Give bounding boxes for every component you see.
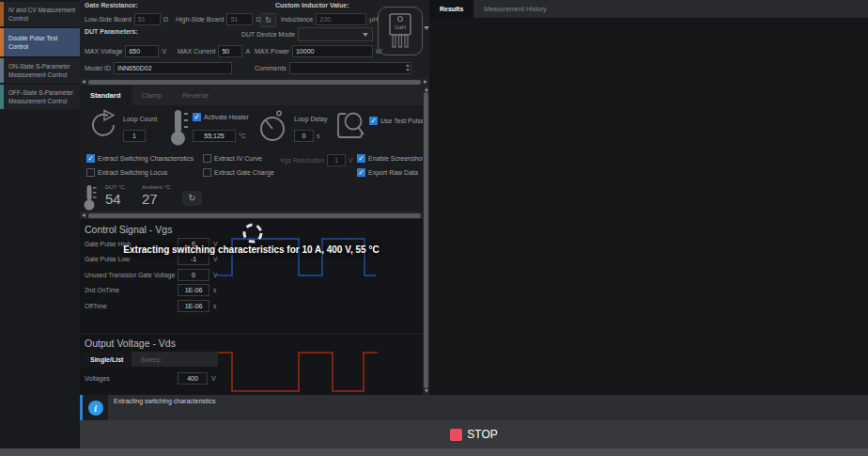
- comments-spinner[interactable]: [406, 64, 410, 71]
- scroll-down-icon: [425, 389, 428, 393]
- taskbar-strip: [0, 448, 868, 456]
- extract-gate-charge-checkbox[interactable]: [203, 168, 211, 177]
- unused-transistor-gate-voltage-label: Unused Transistor Gate Voltage: [85, 272, 178, 278]
- sidebar-item-iv-cv[interactable]: IV and CV Measurement Control: [0, 2, 80, 26]
- max-power-label: MAX Power: [255, 48, 289, 55]
- extract-switching-locus-checkbox[interactable]: [86, 168, 95, 177]
- temperature-readouts: DUT °C 54 Ambient °C 27 ↻: [80, 182, 423, 212]
- high-side-board-input[interactable]: [226, 13, 253, 25]
- extract-iv-curve-checkbox[interactable]: [203, 154, 211, 163]
- activate-heater-checkbox[interactable]: ✓: [193, 113, 201, 121]
- custom-inductor-label: Custom Inductor Value:: [275, 2, 349, 8]
- tab-results[interactable]: Results: [429, 0, 473, 18]
- inductance-unit: µH: [369, 16, 378, 23]
- voltages-input[interactable]: [178, 372, 208, 385]
- dut-device-mode-select[interactable]: [298, 27, 373, 41]
- loop-delay-label: Loop Delay: [294, 116, 327, 122]
- unused-transistor-gate-voltage-input[interactable]: [178, 269, 209, 281]
- stop-square-icon: [450, 429, 462, 441]
- status-message: Extracting switching characteristics: [114, 398, 216, 404]
- extract-switching-locus-label: Extract Switching Locus: [98, 169, 167, 176]
- gate-pulse-high-input[interactable]: [178, 238, 209, 250]
- tab-single-list[interactable]: Single/List: [82, 352, 132, 367]
- spinner-up-icon: [406, 64, 410, 67]
- thermometer-icon: [168, 107, 189, 149]
- low-side-board-label: Low-Side Board: [85, 16, 132, 23]
- comments-input[interactable]: [289, 62, 411, 74]
- extraction-options: ✓ Extract Switching Characteristics Extr…: [80, 152, 423, 182]
- model-id-input[interactable]: [114, 62, 232, 74]
- tab-standard[interactable]: Standard: [80, 86, 132, 105]
- gate-pulse-low-input[interactable]: [178, 253, 209, 265]
- max-voltage-unit: V: [162, 48, 166, 55]
- enable-screenshots-checkbox[interactable]: ✓: [357, 154, 365, 163]
- tab-measurement-history[interactable]: Measurement History: [473, 0, 557, 18]
- sidebar: IV and CV Measurement Control Double Pul…: [0, 0, 80, 448]
- model-id-label: Model ID: [85, 65, 111, 71]
- vgs-resolution-input[interactable]: [327, 154, 346, 166]
- check-icon: ✓: [194, 114, 200, 121]
- loop-count-input[interactable]: [123, 130, 146, 142]
- results-tabbar: Results Measurement History: [429, 0, 868, 18]
- export-raw-data-checkbox[interactable]: ✓: [357, 168, 365, 177]
- max-power-input[interactable]: [292, 45, 373, 57]
- sidebar-item-label: ON-State S-Parameter Measurement Control: [8, 62, 77, 79]
- device-package-selector[interactable]: GaN: [378, 7, 423, 55]
- second-ontime-input[interactable]: [178, 284, 209, 296]
- inductance-input[interactable]: [316, 13, 366, 25]
- scroll-left-icon: [82, 213, 85, 217]
- max-voltage-input[interactable]: [125, 45, 159, 57]
- extract-switching-characteristics-checkbox[interactable]: ✓: [86, 154, 95, 163]
- results-panel: Results Measurement History: [429, 0, 868, 448]
- refresh-icon: ↻: [188, 194, 195, 203]
- low-side-board-input[interactable]: [134, 13, 161, 25]
- dut-temp-value: 54: [105, 191, 121, 207]
- dut-parameters-label: DUT Parameters:: [85, 28, 138, 35]
- sync-icon: ↻: [265, 17, 271, 24]
- loop-icon: [88, 109, 118, 143]
- vgs-resolution-label: Vgs Resolution: [280, 157, 324, 164]
- mode-tabbar: Standard Clamp Reverse: [80, 86, 429, 105]
- scrollbar-thumb[interactable]: [88, 80, 421, 85]
- heater-setpoints-input[interactable]: [193, 130, 236, 142]
- scrollbar-thumb[interactable]: [424, 92, 428, 388]
- stop-button-label: STOP: [467, 428, 497, 441]
- horizontal-scrollbar-top[interactable]: [80, 78, 429, 86]
- stop-button[interactable]: STOP: [450, 428, 497, 441]
- offtime-label: OffTime: [85, 303, 178, 309]
- timer-icon: [256, 109, 288, 143]
- sidebar-item-off-state-sparam[interactable]: OFF-State S-Parameter Measurement Contro…: [0, 85, 80, 109]
- max-voltage-label: MAX Voltage: [85, 48, 122, 55]
- test-pulse-magnifier-icon: [333, 109, 367, 143]
- vgs-waveform-preview: [213, 231, 429, 280]
- tab-reverse[interactable]: Reverse: [172, 86, 219, 105]
- tab-clamp[interactable]: Clamp: [132, 86, 173, 105]
- action-bar: STOP: [80, 420, 868, 448]
- scrollbar-thumb[interactable]: [88, 213, 421, 218]
- gate-pulse-low-label: Gate Pulse Low: [85, 256, 178, 262]
- sidebar-item-label: OFF-State S-Parameter Measurement Contro…: [8, 88, 77, 105]
- use-test-pulse-checkbox[interactable]: ✓: [369, 117, 378, 125]
- enable-screenshots-label: Enable Screenshots: [368, 155, 423, 162]
- loop-count-label: Loop Count: [123, 116, 157, 122]
- chevron-down-icon: [363, 33, 368, 37]
- sidebar-item-on-state-sparam[interactable]: ON-State S-Parameter Measurement Control: [0, 58, 80, 83]
- second-ontime-label: 2nd OnTime: [85, 287, 178, 293]
- horizontal-scrollbar-middle[interactable]: [80, 212, 429, 219]
- voltage-mode-tabs: Single/List Sweep: [82, 352, 218, 367]
- loop-delay-input[interactable]: [294, 130, 314, 142]
- gate-resistance-label: Gate Resistance:: [85, 2, 138, 8]
- extract-switching-characteristics-label: Extract Switching Characteristics: [98, 155, 194, 162]
- voltages-label: Voltages: [85, 375, 178, 382]
- control-signal-title: Control Signal - Vgs: [85, 224, 172, 235]
- refresh-temperature-button[interactable]: ↻: [182, 191, 202, 206]
- vertical-scrollbar[interactable]: [423, 86, 429, 395]
- status-icon-box: i: [83, 395, 108, 420]
- offtime-input[interactable]: [178, 300, 209, 312]
- tab-sweep[interactable]: Sweep: [132, 352, 168, 367]
- scroll-right-icon: [424, 80, 427, 84]
- sync-gate-resistance-button[interactable]: ↻: [260, 13, 276, 27]
- ambient-temp-label: Ambient °C: [142, 184, 170, 190]
- sidebar-item-double-pulse[interactable]: Double Pulse Test Control: [0, 28, 80, 56]
- max-current-input[interactable]: [218, 45, 242, 57]
